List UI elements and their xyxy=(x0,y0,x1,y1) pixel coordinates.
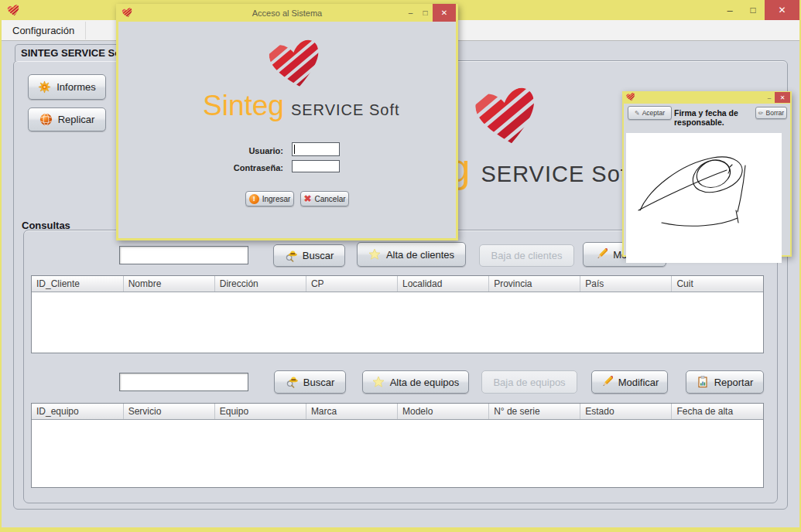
signature-titlebar[interactable]: – ✕ xyxy=(622,91,792,104)
alta-equipos-button[interactable]: Alta de equipos xyxy=(362,370,469,394)
clients-table: ID_Cliente Nombre Dirección CP Localidad… xyxy=(31,275,764,353)
client-column-header[interactable]: País xyxy=(580,276,672,292)
eraser-icon: ✏ xyxy=(758,110,764,117)
replicar-label: Replicar xyxy=(58,114,95,125)
cancelar-button[interactable]: ✖ Cancelar xyxy=(300,191,349,206)
usuario-label: Usuario: xyxy=(238,146,283,155)
login-dialog: Acceso al Sistema – □ ✕ Sinteg SERVICE S… xyxy=(116,4,458,240)
red-x-icon: ✖ xyxy=(303,193,311,204)
alta-equipos-label: Alta de equipos xyxy=(390,377,460,388)
client-buscar-button[interactable]: Buscar xyxy=(273,244,345,267)
buscar-label: Buscar xyxy=(303,250,334,261)
pencil-icon xyxy=(601,376,613,388)
reportar-button[interactable]: Reportar xyxy=(686,370,764,394)
informes-label: Informes xyxy=(56,81,96,93)
heart-logo-icon xyxy=(474,87,539,146)
pencil-icon xyxy=(595,248,608,261)
signature-close-button[interactable]: ✕ xyxy=(775,92,790,103)
app-heart-icon xyxy=(626,93,635,101)
brand-suffix-text: SERVICE Soft xyxy=(481,162,634,187)
equipo-column-header[interactable]: Modelo xyxy=(398,404,489,420)
dialog-minimize-button[interactable]: – xyxy=(403,4,418,22)
dialog-maximize-button[interactable]: □ xyxy=(418,4,433,22)
search-hat-icon xyxy=(286,376,298,388)
client-column-header[interactable]: Nombre xyxy=(123,276,214,292)
client-column-header[interactable]: Localidad xyxy=(398,276,489,292)
replicar-button[interactable]: Replicar xyxy=(28,107,106,131)
equipos-table: ID_equipo Servicio Equipo Marca Modelo N… xyxy=(31,403,764,488)
alta-clientes-label: Alta de clientes xyxy=(386,249,454,261)
gear-icon xyxy=(38,80,51,94)
star-icon xyxy=(372,376,385,388)
report-chart-icon xyxy=(697,376,709,388)
star-icon xyxy=(368,248,381,261)
app-heart-icon xyxy=(7,5,20,16)
exclamation-icon: ! xyxy=(249,194,259,204)
equipo-column-header[interactable]: Marca xyxy=(306,404,397,420)
signature-minimize-button[interactable]: – xyxy=(764,92,775,103)
globe-icon xyxy=(39,113,53,126)
baja-equipos-label: Baja de equipos xyxy=(493,377,565,388)
dialog-brand-text: Sinteg xyxy=(203,90,284,122)
equipo-buscar-button[interactable]: Buscar xyxy=(274,370,346,394)
client-column-header[interactable]: Provincia xyxy=(489,276,580,292)
heart-logo-icon xyxy=(269,39,323,89)
dialog-close-button[interactable]: ✕ xyxy=(433,4,456,22)
modificar-equipos-label: Modificar xyxy=(618,377,659,388)
signature-stroke xyxy=(626,133,782,263)
contrasena-label: Contraseña: xyxy=(231,163,283,172)
borrar-button[interactable]: ✏ Borrar xyxy=(755,107,787,119)
client-column-header[interactable]: CP xyxy=(306,276,397,292)
baja-clientes-label: Baja de clientes xyxy=(491,250,563,261)
equipo-column-header[interactable]: Equipo xyxy=(214,404,306,420)
reportar-label: Reportar xyxy=(714,377,754,388)
modificar-equipos-button[interactable]: Modificar xyxy=(591,370,668,394)
client-column-header[interactable]: ID_Cliente xyxy=(32,276,123,292)
login-dialog-body: Sinteg SERVICE Soft Usuario: Contraseña:… xyxy=(118,22,456,238)
equipo-column-header[interactable]: N° de serie xyxy=(489,404,580,420)
ingresar-label: Ingresar xyxy=(262,195,291,203)
signature-window: – ✕ ✎ Aceptar Firma y fecha de responsab… xyxy=(622,91,792,257)
dialog-brand-suffix: SERVICE Soft xyxy=(291,101,400,119)
equipo-column-header[interactable]: Servicio xyxy=(123,404,214,420)
alta-clientes-button[interactable]: Alta de clientes xyxy=(357,242,466,267)
ingresar-button[interactable]: ! Ingresar xyxy=(245,191,294,206)
search-hat-icon xyxy=(285,250,297,262)
text-caret xyxy=(294,145,295,154)
signature-body: ✎ Aceptar Firma y fecha de responsable. … xyxy=(624,104,790,255)
equipo-column-header[interactable]: ID_equipo xyxy=(32,404,123,420)
client-column-header[interactable]: Cuit xyxy=(672,276,763,292)
baja-equipos-button: Baja de equipos xyxy=(481,370,577,394)
client-search-input[interactable] xyxy=(119,246,248,264)
equipo-column-header[interactable]: Fecha de alta xyxy=(672,404,763,420)
baja-clientes-button: Baja de clientes xyxy=(479,244,574,267)
close-button[interactable]: ✕ xyxy=(765,0,799,20)
buscar-label: Buscar xyxy=(303,377,334,388)
minimize-button[interactable]: – xyxy=(718,0,741,20)
maximize-button[interactable]: □ xyxy=(741,0,765,20)
signature-canvas[interactable] xyxy=(626,133,782,263)
app-screen: – □ ✕ Configuración SINTEG SERVICE Soft … xyxy=(0,0,801,532)
pencil-icon: ✎ xyxy=(635,110,640,117)
cancelar-label: Cancelar xyxy=(315,195,346,203)
equipo-column-header[interactable]: Estado xyxy=(580,404,672,420)
aceptar-label: Aceptar xyxy=(642,109,665,117)
usuario-input[interactable] xyxy=(292,142,340,156)
informes-button[interactable]: Informes xyxy=(28,74,106,100)
login-dialog-titlebar[interactable]: Acceso al Sistema – □ ✕ xyxy=(116,4,458,22)
equipo-search-input[interactable] xyxy=(119,373,248,391)
client-column-header[interactable]: Dirección xyxy=(214,276,306,292)
contrasena-input[interactable] xyxy=(292,160,340,172)
menu-item-configuracion[interactable]: Configuración xyxy=(2,22,86,39)
borrar-label: Borrar xyxy=(766,109,785,117)
aceptar-button[interactable]: ✎ Aceptar xyxy=(628,106,672,120)
